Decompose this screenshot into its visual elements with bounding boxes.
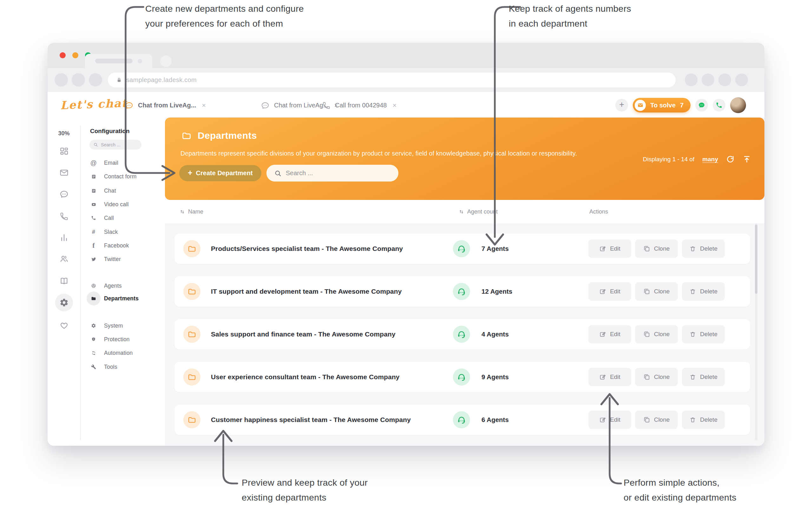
phone-filled-icon (716, 102, 722, 109)
edit-button[interactable]: Edit (588, 410, 631, 429)
config-item-agents[interactable]: Agents (90, 280, 122, 292)
minimize-window-button[interactable] (72, 52, 78, 58)
close-icon[interactable]: × (391, 102, 396, 110)
table-row[interactable]: Sales support and finance team - The Awe… (175, 319, 750, 349)
rail-knowledgebase-icon[interactable] (47, 272, 80, 290)
ticket-tab-chat-1[interactable]: Chat from LiveAg... × (125, 92, 206, 119)
chats-button[interactable] (695, 99, 708, 112)
back-button[interactable] (54, 73, 68, 87)
user-avatar[interactable] (730, 97, 746, 113)
delete-button[interactable]: Delete (682, 239, 725, 258)
edit-button[interactable]: Edit (588, 325, 631, 343)
departments-search-input[interactable] (286, 169, 387, 177)
column-header-agent-count[interactable]: Agent count (458, 200, 498, 223)
config-item-slack[interactable]: # Slack (90, 226, 118, 238)
to-solve-label: To solve (650, 102, 676, 109)
configuration-title: Configuration (90, 128, 130, 135)
delete-button[interactable]: Delete (682, 325, 725, 343)
scrollbar[interactable] (755, 223, 758, 441)
rail-favorites-icon[interactable] (47, 317, 80, 334)
departments-main: Departments Departments represent specif… (165, 118, 765, 446)
reload-icon[interactable] (726, 155, 734, 163)
video-icon (90, 202, 97, 207)
close-window-button[interactable] (60, 52, 66, 58)
clone-button[interactable]: Clone (635, 325, 678, 343)
rail-dashboard-icon[interactable] (47, 143, 80, 160)
table-row[interactable]: Customer happiness specialist team - The… (175, 404, 750, 435)
config-item-label: Chat (104, 188, 116, 194)
browser-window: samplepage.ladesk.com Let's chat Chat fr… (47, 43, 765, 446)
create-department-label: Create Department (196, 169, 253, 177)
departments-search[interactable] (266, 165, 398, 182)
app-logo: Let's chat (60, 96, 127, 112)
config-item-departments[interactable]: Departments (90, 293, 139, 305)
browser-nav-buttons (54, 73, 102, 87)
delete-button[interactable]: Delete (682, 368, 725, 386)
toolbar-action-4[interactable] (735, 73, 748, 86)
url-bar[interactable]: samplepage.ladesk.com (108, 72, 676, 88)
config-item-label: Call (104, 215, 114, 221)
edit-icon (599, 331, 606, 338)
displaying-many-link[interactable]: many (702, 156, 718, 163)
edit-button[interactable]: Edit (588, 282, 631, 301)
clone-button[interactable]: Clone (635, 368, 678, 386)
rail-settings-icon[interactable] (47, 294, 80, 311)
config-item-chat[interactable]: Chat (90, 185, 116, 197)
config-item-facebook[interactable]: f Facebook (90, 239, 129, 251)
config-item-video-call[interactable]: Video call (90, 198, 129, 210)
config-item-email[interactable]: @ Email (90, 157, 118, 169)
toolbar-action-2[interactable] (702, 73, 714, 86)
configuration-search[interactable] (90, 140, 141, 150)
reload-button[interactable] (89, 73, 102, 87)
toolbar-action-3[interactable] (718, 73, 731, 86)
config-item-call[interactable]: Call (90, 212, 114, 224)
config-item-contact-form[interactable]: Contact form (90, 170, 137, 182)
add-ticket-button[interactable]: + (615, 99, 628, 112)
ticket-tab-label: Call from 0042948 (335, 102, 387, 109)
delete-label: Delete (700, 416, 717, 423)
department-name: User experience consultant team - The Aw… (211, 362, 400, 392)
rail-chat-icon[interactable] (47, 185, 80, 203)
clone-button[interactable]: Clone (635, 239, 678, 258)
rail-call-icon[interactable] (47, 207, 80, 225)
column-label: Name (188, 208, 203, 215)
table-row[interactable]: IT support and development team - The Aw… (175, 276, 750, 307)
new-tab-button[interactable] (160, 55, 171, 67)
column-header-name[interactable]: Name (179, 200, 203, 223)
clone-button[interactable]: Clone (635, 410, 678, 429)
scroll-to-top-icon[interactable] (742, 155, 751, 163)
phone-icon (90, 215, 97, 220)
table-row[interactable]: User experience consultant team - The Aw… (175, 362, 750, 392)
config-item-label: Protection (104, 336, 130, 343)
rail-reports-icon[interactable] (47, 229, 80, 246)
folder-icon (183, 240, 201, 257)
edit-button[interactable]: Edit (588, 239, 631, 258)
phone-icon (322, 102, 331, 110)
rail-contacts-icon[interactable] (47, 250, 80, 268)
delete-button[interactable]: Delete (682, 282, 725, 301)
config-item-tools[interactable]: Tools (90, 361, 117, 373)
config-item-twitter[interactable]: Twitter (90, 253, 121, 265)
config-item-protection[interactable]: Protection (90, 333, 130, 345)
close-icon[interactable]: × (201, 102, 206, 110)
ticket-tab-call[interactable]: Call from 0042948 × (322, 92, 396, 119)
configuration-search-input[interactable] (101, 142, 136, 147)
table-row[interactable]: Products/Services specialist team - The … (175, 233, 750, 264)
agent-count: 6 Agents (481, 404, 509, 435)
scrollbar-thumb[interactable] (755, 225, 758, 294)
delete-button[interactable]: Delete (682, 410, 725, 429)
config-item-system[interactable]: System (90, 320, 123, 332)
twitter-icon (90, 257, 97, 262)
edit-button[interactable]: Edit (588, 368, 631, 386)
toolbar-action-1[interactable] (685, 73, 697, 86)
forward-button[interactable] (72, 73, 85, 87)
rail-mail-icon[interactable] (47, 164, 80, 182)
create-department-button[interactable]: + Create Department (179, 165, 261, 181)
calls-button[interactable] (713, 99, 725, 112)
clone-icon (643, 245, 650, 252)
config-item-automation[interactable]: Automation (90, 347, 133, 359)
config-item-label: Tools (104, 364, 117, 370)
browser-tab[interactable] (85, 54, 152, 68)
clone-button[interactable]: Clone (635, 282, 678, 301)
to-solve-button[interactable]: To solve 7 (633, 98, 691, 113)
